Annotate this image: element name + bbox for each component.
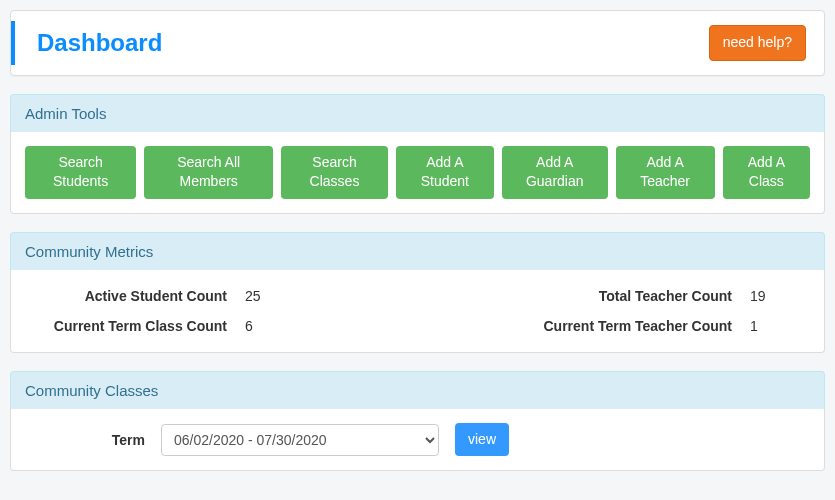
- active-student-count-value: 25: [245, 288, 305, 304]
- admin-tools-add-group: Add A Student Add A Guardian Add A Teach…: [396, 146, 810, 199]
- add-teacher-button[interactable]: Add A Teacher: [616, 146, 715, 199]
- community-metrics-panel: Community Metrics Active Student Count 2…: [10, 232, 825, 353]
- search-classes-button[interactable]: Search Classes: [281, 146, 388, 199]
- term-select[interactable]: 06/02/2020 - 07/30/2020: [161, 424, 439, 456]
- view-button[interactable]: view: [455, 423, 509, 457]
- search-all-members-button[interactable]: Search All Members: [144, 146, 273, 199]
- current-term-teacher-count-value: 1: [750, 318, 810, 334]
- total-teacher-count-label: Total Teacher Count: [530, 288, 750, 304]
- active-student-count-label: Active Student Count: [25, 288, 245, 304]
- community-metrics-heading: Community Metrics: [10, 232, 825, 270]
- admin-tools-panel: Admin Tools Search Students Search All M…: [10, 94, 825, 214]
- add-class-button[interactable]: Add A Class: [723, 146, 810, 199]
- admin-tools-heading: Admin Tools: [10, 94, 825, 132]
- community-classes-panel: Community Classes Term 06/02/2020 - 07/3…: [10, 371, 825, 472]
- add-student-button[interactable]: Add A Student: [396, 146, 494, 199]
- page-title: Dashboard: [37, 29, 162, 57]
- search-students-button[interactable]: Search Students: [25, 146, 136, 199]
- admin-tools-search-group: Search Students Search All Members Searc…: [25, 146, 388, 199]
- community-classes-heading: Community Classes: [10, 371, 825, 409]
- term-label: Term: [25, 432, 145, 448]
- add-guardian-button[interactable]: Add A Guardian: [502, 146, 608, 199]
- current-term-teacher-count-label: Current Term Teacher Count: [530, 318, 750, 334]
- total-teacher-count-value: 19: [750, 288, 810, 304]
- current-term-class-count-label: Current Term Class Count: [25, 318, 245, 334]
- need-help-button[interactable]: need help?: [709, 25, 806, 61]
- page-header: Dashboard need help?: [10, 10, 825, 76]
- current-term-class-count-value: 6: [245, 318, 305, 334]
